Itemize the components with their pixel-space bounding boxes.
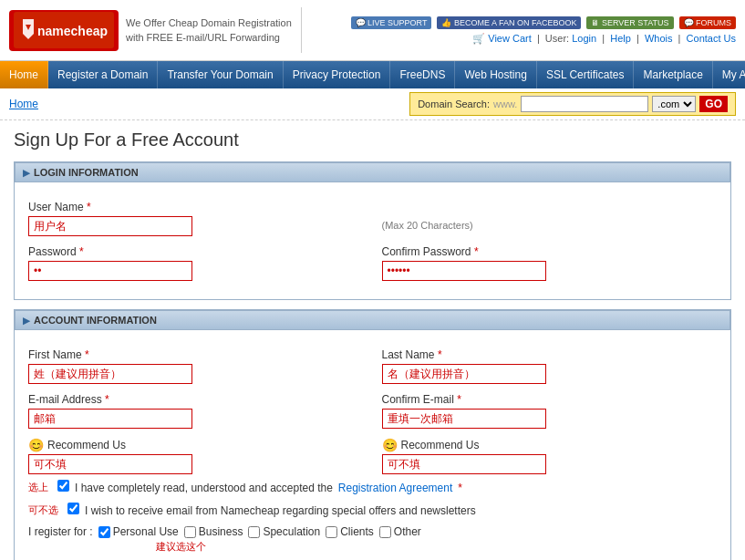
logo-area: namecheap We Offer Cheap Domain Registra… — [9, 10, 292, 51]
newsletter-text: I wish to receive email from Namecheap r… — [85, 503, 476, 520]
personal-use-option: Personal Use — [98, 525, 179, 538]
account-section: ▶ ACCOUNT INFORMATION First Name * Last … — [14, 309, 731, 560]
username-hint-spacer — [382, 201, 718, 213]
nav-transfer-domain[interactable]: Transfer Your Domain — [158, 61, 283, 88]
username-input[interactable] — [28, 216, 192, 236]
domain-search-input[interactable] — [521, 96, 648, 112]
account-section-title: ACCOUNT INFORMATION — [34, 315, 157, 326]
last-name-group: Last Name * — [382, 348, 718, 384]
username-row: User Name * (Max 20 Characters) — [28, 201, 717, 236]
page-title: Sign Up For a Free Account — [14, 130, 731, 150]
recommend-note: 建议选这个 — [156, 541, 206, 552]
password-label: Password * — [28, 245, 364, 258]
other-option: Other — [379, 525, 421, 538]
username-hint: (Max 20 Characters) — [382, 216, 718, 231]
nav-ssl[interactable]: SSL Certificates — [537, 61, 635, 88]
nav-bar: Home Register a Domain Transfer Your Dom… — [0, 61, 745, 88]
whois-link[interactable]: Whois — [645, 33, 673, 44]
first-name-label: First Name * — [28, 348, 364, 361]
login-section: ▶ LOGIN INFORMATION User Name * (Max 20 … — [14, 161, 731, 300]
recommend-input-2[interactable] — [382, 454, 546, 474]
smiley-icon-2: 😊 — [382, 438, 398, 452]
agreement-row-1: 选上 I have completely read, understood an… — [28, 480, 717, 497]
breadcrumb-bar: Home Domain Search: www. .com .net .org … — [0, 88, 745, 120]
login-section-content: User Name * (Max 20 Characters) Password… — [15, 192, 730, 299]
account-section-header: ▶ ACCOUNT INFORMATION — [15, 310, 730, 330]
last-name-label: Last Name * — [382, 348, 718, 361]
domain-www: www. — [493, 99, 517, 109]
nav-marketplace[interactable]: Marketplace — [634, 61, 712, 88]
password-required-star: * — [79, 245, 84, 258]
name-row: First Name * Last Name * — [28, 348, 717, 384]
clients-option: Clients — [326, 525, 374, 538]
password-row: Password * Confirm Password * — [28, 245, 717, 281]
section-triangle-icon: ▶ — [23, 168, 30, 178]
confirm-email-input[interactable] — [382, 409, 546, 429]
recommend-item-2: 😊 Recommend Us — [382, 438, 718, 474]
smiley-icon-1: 😊 — [28, 438, 44, 452]
first-name-input[interactable] — [28, 364, 192, 384]
breadcrumb-home[interactable]: Home — [9, 98, 38, 110]
help-link[interactable]: Help — [610, 33, 631, 44]
top-right-area: 💬 LIVE SUPPORT 👍 BECOME A FAN ON FACEBOO… — [351, 16, 736, 45]
nav-register-domain[interactable]: Register a Domain — [48, 61, 158, 88]
facebook-btn[interactable]: 👍 BECOME A FAN ON FACEBOOK — [437, 16, 581, 29]
password-input[interactable] — [28, 261, 192, 281]
login-section-header: ▶ LOGIN INFORMATION — [15, 162, 730, 182]
nav-privacy-protection[interactable]: Privacy Protection — [284, 61, 391, 88]
top-links: 🛒 View Cart | User: Login | Help | Whois… — [472, 33, 736, 45]
nav-my-account[interactable]: My Account — [713, 61, 745, 88]
login-link[interactable]: Login — [572, 33, 596, 44]
view-cart-link[interactable]: View Cart — [488, 33, 531, 44]
password-group: Password * — [28, 245, 364, 281]
confirm-password-label: Confirm Password * — [382, 245, 718, 258]
checkbox-note-1: 选上 — [28, 480, 48, 496]
nav-freedns[interactable]: FreeDNS — [390, 61, 455, 88]
username-required-star: * — [87, 201, 91, 213]
confirm-password-input[interactable] — [382, 261, 546, 281]
registration-agreement-link[interactable]: Registration Agreement — [338, 480, 452, 497]
username-label: User Name * — [28, 201, 364, 213]
username-group: User Name * — [28, 201, 364, 236]
other-checkbox[interactable] — [379, 526, 391, 538]
recommend-input-1[interactable] — [28, 454, 192, 474]
top-header: namecheap We Offer Cheap Domain Registra… — [0, 0, 745, 61]
speculation-checkbox[interactable] — [248, 526, 260, 538]
domain-go-button[interactable]: GO — [699, 96, 728, 112]
header-divider — [301, 7, 302, 53]
business-checkbox[interactable] — [184, 526, 196, 538]
register-for-row: I register for : Personal Use Business S… — [28, 525, 717, 538]
agreement-row-2: 可不选 I wish to receive email from Nameche… — [28, 503, 717, 520]
domain-search-bar: Domain Search: www. .com .net .org .info… — [409, 92, 736, 116]
confirm-email-label: Confirm E-mail * — [382, 393, 718, 406]
confirm-password-group: Confirm Password * — [382, 245, 718, 281]
email-label: E-mail Address * — [28, 393, 364, 406]
page-content: Sign Up For a Free Account ▶ LOGIN INFOR… — [0, 120, 745, 560]
personal-use-checkbox[interactable] — [98, 526, 110, 538]
account-section-content: First Name * Last Name * E-mail Address … — [15, 339, 730, 560]
live-support-btn[interactable]: 💬 LIVE SUPPORT — [351, 16, 432, 29]
domain-search-label: Domain Search: — [418, 99, 490, 109]
recommend-row: 😊 Recommend Us 😊 Recommend Us — [28, 438, 717, 474]
newsletter-checkbox[interactable] — [67, 503, 79, 514]
email-row: E-mail Address * Confirm E-mail * — [28, 393, 717, 429]
nav-home[interactable]: Home — [0, 61, 48, 88]
agreement-text: I have completely read, understood and a… — [75, 480, 333, 497]
forums-btn[interactable]: 💬 FORUMS — [679, 16, 737, 29]
agreement-checkbox[interactable] — [57, 480, 69, 492]
login-section-title: LOGIN INFORMATION — [34, 167, 139, 178]
business-option: Business — [184, 525, 243, 538]
last-name-input[interactable] — [382, 364, 546, 384]
confirm-password-required-star: * — [474, 245, 479, 258]
checkbox-note-2: 可不选 — [28, 503, 58, 519]
register-for-label: I register for : — [28, 525, 93, 538]
svg-text:namecheap: namecheap — [37, 24, 108, 38]
nav-web-hosting[interactable]: Web Hosting — [455, 61, 536, 88]
domain-extension-select[interactable]: .com .net .org .info — [652, 96, 696, 112]
email-group: E-mail Address * — [28, 393, 364, 429]
server-status-btn[interactable]: 🖥 SERVER STATUS — [586, 16, 673, 29]
clients-checkbox[interactable] — [326, 526, 337, 538]
confirm-email-group: Confirm E-mail * — [382, 393, 718, 429]
email-input[interactable] — [28, 409, 192, 429]
contact-link[interactable]: Contact Us — [687, 33, 736, 44]
